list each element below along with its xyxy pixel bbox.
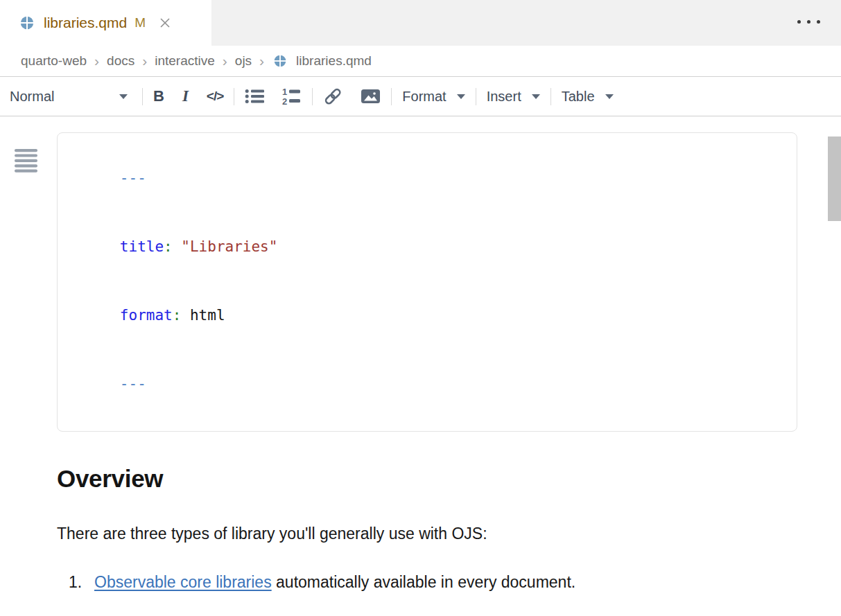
svg-text:2: 2 xyxy=(282,96,287,105)
breadcrumb-item-docs[interactable]: docs xyxy=(107,53,135,69)
ellipsis-icon xyxy=(797,20,801,24)
breadcrumb-item-ojs[interactable]: ojs xyxy=(235,53,252,69)
paragraph-style-select[interactable]: Normal xyxy=(8,89,132,105)
numbered-list: 1. Observable core libraries automatical… xyxy=(57,570,841,616)
visual-editor-canvas[interactable]: --- title:"Libraries" format:html --- Ov… xyxy=(0,132,841,616)
chevron-right-icon: › xyxy=(259,53,264,69)
paragraph-style-value: Normal xyxy=(10,89,54,105)
chevron-right-icon: › xyxy=(94,53,99,69)
table-menu-label: Table xyxy=(562,89,595,105)
image-icon xyxy=(361,88,381,105)
chevron-down-icon xyxy=(457,94,465,99)
italic-icon: I xyxy=(182,87,189,105)
block-drag-handle-icon[interactable] xyxy=(15,149,37,174)
chevron-right-icon: › xyxy=(142,53,147,69)
toolbar-separator xyxy=(391,88,392,105)
bold-button[interactable]: B xyxy=(153,87,164,105)
list-item: 1. Observable core libraries automatical… xyxy=(57,570,841,594)
link-observable-core-libraries[interactable]: Observable core libraries xyxy=(94,573,272,591)
svg-text:1: 1 xyxy=(282,87,287,97)
toolbar-separator xyxy=(142,88,143,105)
more-actions-button[interactable] xyxy=(797,20,820,24)
insert-menu-button[interactable]: Insert xyxy=(487,89,540,105)
section-heading: Overview xyxy=(57,465,841,493)
chevron-right-icon: › xyxy=(223,53,227,69)
quarto-file-icon xyxy=(273,54,287,68)
table-menu-button[interactable]: Table xyxy=(562,89,614,105)
list-item-text: automatically available in every documen… xyxy=(272,573,576,591)
chevron-down-icon xyxy=(119,94,128,99)
chevron-down-icon xyxy=(532,94,540,99)
code-button[interactable]: </> xyxy=(207,89,223,104)
numbered-list-icon: 1 2 xyxy=(282,87,302,105)
modified-badge: M xyxy=(135,15,146,30)
toolbar-separator xyxy=(234,88,234,105)
yaml-front-matter-block[interactable]: --- title:"Libraries" format:html --- xyxy=(57,132,797,432)
breadcrumb-item-file[interactable]: libraries.qmd xyxy=(296,53,372,69)
yaml-format-line: format:html xyxy=(67,281,783,350)
format-menu-button[interactable]: Format xyxy=(402,89,465,105)
insert-image-button[interactable] xyxy=(361,88,381,105)
close-tab-button[interactable] xyxy=(159,17,171,29)
close-icon xyxy=(159,17,171,29)
link-icon xyxy=(323,87,343,105)
chevron-down-icon xyxy=(605,94,614,99)
breadcrumb-item-interactive[interactable]: interactive xyxy=(155,53,215,69)
yaml-delimiter-bottom: --- xyxy=(67,350,783,419)
bulleted-list-icon xyxy=(245,88,264,105)
formatting-toolbar: Normal B I </> 1 2 xyxy=(0,77,841,116)
tab-libraries-qmd[interactable]: libraries.qmd M xyxy=(0,0,211,46)
intro-paragraph: There are three types of library you'll … xyxy=(57,523,841,544)
breadcrumb: quarto-web › docs › interactive › ojs › … xyxy=(0,46,841,77)
breadcrumb-item-quarto-web[interactable]: quarto-web xyxy=(21,53,87,69)
numbered-list-button[interactable]: 1 2 xyxy=(282,87,302,105)
toolbar-separator xyxy=(312,88,313,105)
tab-title: libraries.qmd xyxy=(44,15,127,31)
bulleted-list-button[interactable] xyxy=(245,88,264,105)
format-menu-label: Format xyxy=(402,89,446,105)
code-icon: </> xyxy=(207,89,223,104)
vertical-scrollbar[interactable] xyxy=(828,137,841,221)
toolbar-separator xyxy=(550,88,551,105)
yaml-title-line: title:"Libraries" xyxy=(67,213,783,281)
italic-button[interactable]: I xyxy=(182,87,189,105)
toolbar-separator xyxy=(476,88,476,105)
insert-link-button[interactable] xyxy=(323,87,343,105)
list-marker: 1. xyxy=(69,570,89,594)
insert-menu-label: Insert xyxy=(487,89,521,105)
quarto-file-icon xyxy=(19,15,35,30)
bold-icon: B xyxy=(153,87,164,105)
yaml-delimiter-top: --- xyxy=(67,144,783,213)
tab-strip: libraries.qmd M xyxy=(0,0,841,46)
